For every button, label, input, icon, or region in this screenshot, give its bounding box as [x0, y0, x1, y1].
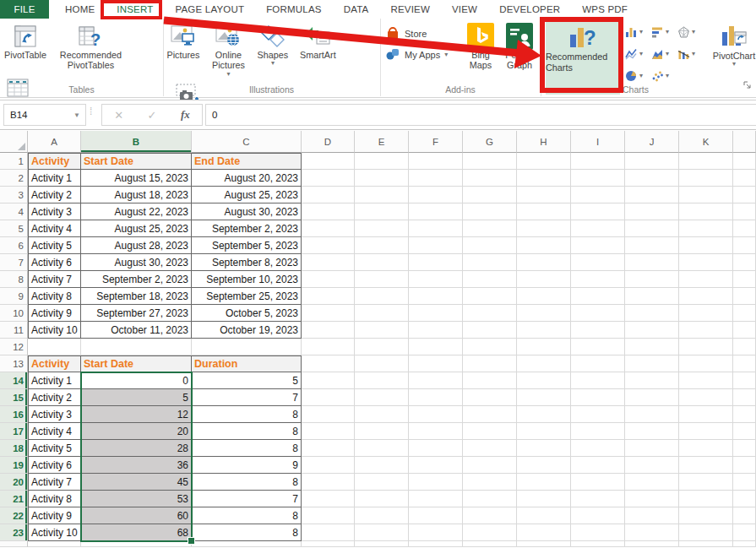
row-header-19[interactable]: 19 — [0, 457, 28, 474]
cell-K12[interactable] — [679, 339, 733, 355]
row-header-17[interactable]: 17 — [0, 423, 28, 440]
cell-F20[interactable] — [409, 474, 463, 491]
column-header-B[interactable]: B — [81, 131, 192, 153]
row-header-1[interactable]: 1 — [0, 153, 28, 170]
cell-C17[interactable]: 8 — [192, 423, 302, 440]
cell-partial[interactable] — [733, 389, 756, 406]
online-pictures-button[interactable]: Online Pictures ▾ — [207, 19, 249, 78]
cancel-icon[interactable]: ✕ — [114, 109, 123, 122]
cell-E9[interactable] — [355, 288, 409, 305]
cell-B19[interactable]: 36 — [81, 457, 192, 474]
cell-E18[interactable] — [355, 440, 409, 457]
cell-C9[interactable]: September 25, 2023 — [192, 288, 302, 305]
cell-A7[interactable]: Activity 6 — [28, 254, 81, 271]
cell-H23[interactable] — [517, 524, 571, 541]
cell-K4[interactable] — [679, 203, 733, 220]
cell-J14[interactable] — [625, 372, 679, 389]
cell-C6[interactable]: September 5, 2023 — [192, 237, 302, 254]
cell-I11[interactable] — [571, 322, 625, 339]
cell-partial[interactable] — [733, 305, 756, 322]
cell-partial[interactable] — [733, 507, 756, 524]
select-all-button[interactable] — [0, 131, 28, 153]
cell-K11[interactable] — [679, 322, 733, 339]
cell-H3[interactable] — [517, 187, 571, 203]
cell-F9[interactable] — [409, 288, 463, 305]
cell-A21[interactable]: Activity 8 — [28, 491, 81, 507]
my-apps-button[interactable]: My Apps ▾ — [382, 44, 466, 65]
row-header-11[interactable]: 11 — [0, 322, 28, 339]
cell-K23[interactable] — [679, 524, 733, 541]
cell-F3[interactable] — [409, 187, 463, 203]
cell-I1[interactable] — [571, 153, 625, 170]
cell-D21[interactable] — [302, 491, 355, 507]
row-header-15[interactable]: 15 — [0, 389, 28, 406]
smartart-button[interactable]: SmartArt — [296, 19, 340, 60]
cell-A12[interactable] — [28, 339, 81, 355]
cell-K3[interactable] — [679, 187, 733, 203]
cell-K16[interactable] — [679, 406, 733, 423]
cell-Fpartial[interactable] — [409, 541, 463, 547]
name-box-dropdown-icon[interactable]: ▼ — [73, 111, 85, 119]
cell-F5[interactable] — [409, 220, 463, 237]
cell-C15[interactable]: 7 — [192, 389, 302, 406]
cell-A14[interactable]: Activity 1 — [28, 372, 81, 389]
cell-F19[interactable] — [409, 457, 463, 474]
cell-D4[interactable] — [302, 203, 355, 220]
cell-C12[interactable] — [192, 339, 302, 355]
cell-partial[interactable] — [733, 339, 756, 355]
cell-F16[interactable] — [409, 406, 463, 423]
cell-F18[interactable] — [409, 440, 463, 457]
cell-H8[interactable] — [517, 271, 571, 288]
cell-D9[interactable] — [302, 288, 355, 305]
cell-E6[interactable] — [355, 237, 409, 254]
column-header-G[interactable]: G — [463, 131, 517, 153]
cell-Ipartial[interactable] — [571, 541, 625, 547]
cell-B13[interactable]: Start Date — [81, 355, 192, 372]
cell-B18[interactable]: 28 — [81, 440, 192, 457]
cell-J18[interactable] — [625, 440, 679, 457]
cell-J5[interactable] — [625, 220, 679, 237]
bar-chart-button[interactable]: ▾ — [651, 21, 677, 43]
cell-D13[interactable] — [302, 355, 355, 372]
cell-J9[interactable] — [625, 288, 679, 305]
line-chart-button[interactable]: ▾ — [625, 43, 651, 65]
cell-E10[interactable] — [355, 305, 409, 322]
column-header-D[interactable]: D — [302, 131, 355, 153]
cell-E2[interactable] — [355, 170, 409, 187]
cell-A19[interactable]: Activity 6 — [28, 457, 81, 474]
row-header-13[interactable]: 13 — [0, 355, 28, 372]
cell-I10[interactable] — [571, 305, 625, 322]
cell-B16[interactable]: 12 — [81, 406, 192, 423]
cell-C3[interactable]: August 25, 2023 — [192, 187, 302, 203]
cell-D18[interactable] — [302, 440, 355, 457]
cell-I15[interactable] — [571, 389, 625, 406]
cell-E5[interactable] — [355, 220, 409, 237]
cell-F12[interactable] — [409, 339, 463, 355]
cell-D7[interactable] — [302, 254, 355, 271]
store-button[interactable]: Store — [382, 23, 466, 44]
tab-home[interactable]: HOME — [54, 0, 106, 19]
cell-C1[interactable]: End Date — [192, 153, 302, 170]
cell-J17[interactable] — [625, 423, 679, 440]
cell-partial[interactable] — [733, 440, 756, 457]
cell-Epartial[interactable] — [355, 541, 409, 547]
cell-D15[interactable] — [302, 389, 355, 406]
cell-H6[interactable] — [517, 237, 571, 254]
cell-A2[interactable]: Activity 1 — [28, 170, 81, 187]
cell-Gpartial[interactable] — [463, 541, 517, 547]
cell-D14[interactable] — [302, 372, 355, 389]
cell-J21[interactable] — [625, 491, 679, 507]
cell-E17[interactable] — [355, 423, 409, 440]
cell-C19[interactable]: 9 — [192, 457, 302, 474]
cell-Dpartial[interactable] — [302, 541, 355, 547]
cell-Hpartial[interactable] — [517, 541, 571, 547]
tab-file[interactable]: FILE — [0, 0, 49, 19]
cell-B9[interactable]: September 18, 2023 — [81, 288, 192, 305]
pivotchart-button[interactable]: PivotChart ▾ — [710, 20, 756, 68]
cell-F7[interactable] — [409, 254, 463, 271]
cell-G16[interactable] — [463, 406, 517, 423]
cell-A22[interactable]: Activity 9 — [28, 507, 81, 524]
column-chart-dropdown-icon[interactable]: ▾ — [639, 29, 643, 35]
radar-chart-dropdown-icon[interactable]: ▾ — [692, 29, 695, 35]
cell-K21[interactable] — [679, 491, 733, 507]
